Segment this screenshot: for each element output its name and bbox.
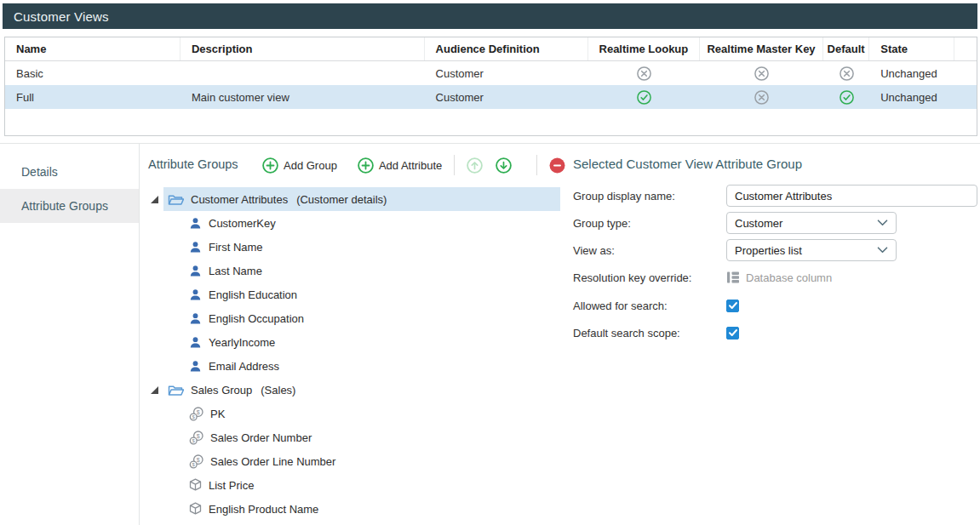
field-label: Group type: <box>573 217 726 230</box>
move-down-button[interactable] <box>496 157 512 174</box>
x-circle-icon <box>637 66 651 81</box>
toolbar-separator <box>454 155 455 175</box>
tree-item-label: YearlyIncome <box>209 336 275 349</box>
column-header-default[interactable]: Default <box>823 37 869 60</box>
tree-item-attribute[interactable]: First Name <box>139 235 564 259</box>
add-attribute-button[interactable]: Add Attribute <box>358 157 442 174</box>
coins-icon <box>189 407 203 421</box>
tree-expander-icon[interactable] <box>151 386 158 394</box>
tree-item-attribute[interactable]: Sales Order Number <box>139 425 564 449</box>
group-display-name-input[interactable] <box>726 185 977 207</box>
move-up-button[interactable] <box>467 157 483 174</box>
folder-open-icon <box>168 384 184 397</box>
person-icon <box>189 241 202 254</box>
field-label: Allowed for search: <box>573 300 726 312</box>
form-row-group-display-name: Group display name: <box>573 185 977 207</box>
person-icon <box>189 265 202 277</box>
table-row-basic[interactable]: Basic Customer Unchanged <box>5 61 977 85</box>
x-circle-icon <box>754 66 769 81</box>
selected-value: Customer <box>735 217 782 230</box>
tree-expander-icon[interactable] <box>151 196 158 203</box>
tree-item-attribute[interactable]: CustomerKey <box>139 211 564 235</box>
tab-label: Attribute Groups <box>21 199 108 213</box>
field-label: Group display name: <box>573 190 726 203</box>
arrow-down-circle-icon <box>496 157 512 174</box>
form-row-allowed-for-search: Allowed for search: <box>573 294 739 317</box>
allowed-for-search-checkbox[interactable] <box>726 300 739 312</box>
field-label: Default search scope: <box>573 327 726 340</box>
resolution-key-override-picker[interactable]: Database column <box>726 271 832 284</box>
check-circle-icon <box>840 90 854 105</box>
tree-group-sales-group[interactable]: Sales Group (Sales) <box>139 378 564 402</box>
column-header-name[interactable]: Name <box>5 37 181 60</box>
minus-circle-icon <box>549 157 565 174</box>
tab-label: Details <box>21 165 58 179</box>
table-row-full[interactable]: Full Main customer view Customer Unchang… <box>5 85 977 109</box>
tree-item-label: English Product Name <box>209 503 318 516</box>
tree-item-label: English Education <box>209 288 297 301</box>
tree-group-customer-attributes[interactable]: Customer Attributes (Customer details) <box>139 187 564 211</box>
table-header-row: Name Description Audience Definition Rea… <box>5 37 977 61</box>
window-title-bar: Customer Views <box>3 3 977 29</box>
column-header-state[interactable]: State <box>869 37 954 60</box>
tree-group-label: Customer Attributes <box>191 193 288 206</box>
tree-item-label: Email Address <box>209 360 279 373</box>
cell-audience-definition: Customer <box>425 61 588 85</box>
add-group-button[interactable]: Add Group <box>262 157 337 174</box>
cell-audience-definition: Customer <box>425 85 588 109</box>
column-header-description[interactable]: Description <box>181 37 425 60</box>
tree-item-attribute[interactable]: Sales Order Line Number <box>139 449 564 473</box>
cell-name: Full <box>5 85 181 109</box>
view-as-dropdown[interactable]: Properties list <box>726 239 897 261</box>
form-row-group-type: Group type: Customer <box>573 212 897 234</box>
cell-state: Unchanged <box>869 85 954 109</box>
resolution-key-override-value: Database column <box>746 271 832 284</box>
tree-item-attribute[interactable]: PK <box>139 402 564 425</box>
cell-description: Main customer view <box>181 85 425 109</box>
tree-item-label: First Name <box>209 241 263 254</box>
x-circle-icon <box>840 66 854 81</box>
group-type-dropdown[interactable]: Customer <box>726 212 897 234</box>
tree-item-label: Sales Order Number <box>210 431 312 444</box>
toolbar-separator <box>536 155 537 175</box>
column-header-audience-definition[interactable]: Audience Definition <box>425 37 588 60</box>
column-header-filler <box>954 37 977 60</box>
tab-details[interactable]: Details <box>0 155 139 189</box>
tree-group-suffix: (Sales) <box>261 384 295 397</box>
column-header-realtime-master-key[interactable]: Realtime Master Key <box>700 37 823 60</box>
default-search-scope-checkbox[interactable] <box>726 327 739 340</box>
add-group-label: Add Group <box>284 159 337 172</box>
column-header-realtime-lookup[interactable]: Realtime Lookup <box>588 37 700 60</box>
folder-open-icon <box>168 193 184 206</box>
x-circle-icon <box>754 90 769 105</box>
customer-views-table: Name Description Audience Definition Rea… <box>4 37 977 136</box>
checkmark-icon <box>728 300 738 311</box>
person-icon <box>189 336 202 349</box>
arrow-up-circle-icon <box>467 157 483 174</box>
chevron-down-icon <box>877 220 888 226</box>
remove-button[interactable] <box>549 157 565 174</box>
detail-panel-title: Selected Customer View Attribute Group <box>573 157 802 171</box>
tree-item-attribute[interactable]: English Education <box>139 282 564 306</box>
cube-icon <box>189 502 202 516</box>
tree-item-label: PK <box>210 408 225 420</box>
person-icon <box>189 288 202 301</box>
field-label: View as: <box>573 244 726 257</box>
check-circle-icon <box>637 90 651 105</box>
tree-item-attribute[interactable]: Email Address <box>139 354 564 378</box>
tree-item-label: CustomerKey <box>209 217 276 230</box>
form-row-resolution-key-override: Resolution key override: Database column <box>573 266 832 288</box>
tab-attribute-groups[interactable]: Attribute Groups <box>0 189 139 223</box>
tree-item-attribute[interactable]: List Price <box>139 473 564 497</box>
plus-circle-icon <box>262 157 278 174</box>
chevron-down-icon <box>877 247 888 254</box>
tree-item-attribute[interactable]: English Occupation <box>139 306 564 330</box>
tree-item-attribute[interactable]: English Product Name <box>139 497 564 521</box>
database-column-icon <box>726 271 740 284</box>
coins-icon <box>189 431 203 445</box>
tree-item-attribute[interactable]: YearlyIncome <box>139 330 564 354</box>
tree-item-attribute[interactable]: Last Name <box>139 259 564 282</box>
cube-icon <box>189 478 202 492</box>
tree-item-label: Last Name <box>209 265 262 277</box>
cell-state: Unchanged <box>869 61 954 85</box>
